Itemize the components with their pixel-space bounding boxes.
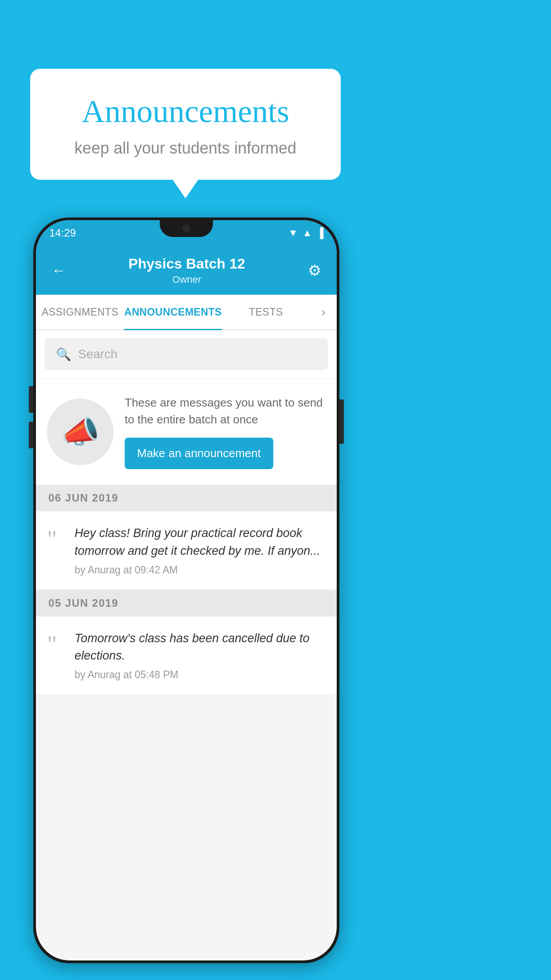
back-button[interactable]: ← [47,258,70,283]
volume-down-button[interactable] [29,422,33,448]
phone-frame: 14:29 ▼ ▲ ▐ ← Physics Batch 12 Owner ⚙ A… [33,217,339,963]
bubble-subtitle: keep all your students informed [57,139,314,158]
announcement-content-1: Hey class! Bring your practical record b… [75,525,326,576]
settings-button[interactable]: ⚙ [303,257,326,284]
app-bar-center: Physics Batch 12 Owner [70,256,303,285]
tab-bar: ASSIGNMENTS ANNOUNCEMENTS TESTS › [36,295,337,330]
tab-announcements[interactable]: ANNOUNCEMENTS [124,295,222,329]
quote-icon-1: " [47,527,65,551]
phone-screen: 14:29 ▼ ▲ ▐ ← Physics Batch 12 Owner ⚙ A… [36,220,337,960]
prompt-content: These are messages you want to send to t… [125,395,326,469]
date-separator-1: 06 JUN 2019 [36,485,337,511]
announcement-text-2: Tomorrow's class has been cancelled due … [75,630,326,664]
tab-assignments[interactable]: ASSIGNMENTS [36,295,124,329]
megaphone-circle: 📣 [47,399,114,465]
tab-tests[interactable]: TESTS [222,295,310,329]
status-icons: ▼ ▲ ▐ [288,227,323,239]
bubble-title: Announcements [57,93,314,130]
batch-title: Physics Batch 12 [70,256,303,272]
speech-bubble-card: Announcements keep all your students inf… [30,69,341,180]
volume-up-button[interactable] [29,386,33,413]
search-bar[interactable]: 🔍 Search [45,338,328,370]
announcement-item-1[interactable]: " Hey class! Bring your practical record… [36,511,337,589]
tab-more-icon[interactable]: › [310,295,337,329]
announcement-prompt: 📣 These are messages you want to send to… [36,379,337,485]
search-container: 🔍 Search [36,330,337,378]
prompt-description: These are messages you want to send to t… [125,395,326,428]
date-separator-2: 05 JUN 2019 [36,590,337,616]
announcement-item-2[interactable]: " Tomorrow's class has been cancelled du… [36,616,337,695]
megaphone-icon: 📣 [61,414,100,450]
batch-role: Owner [70,274,303,285]
phone-notch [160,220,213,237]
quote-icon-2: " [47,632,65,656]
announcement-content-2: Tomorrow's class has been cancelled due … [75,630,326,681]
wifi-icon: ▼ [288,227,298,239]
app-bar: ← Physics Batch 12 Owner ⚙ [36,246,337,295]
announcement-meta-2: by Anurag at 05:48 PM [75,669,326,681]
battery-icon: ▐ [316,227,323,239]
search-icon: 🔍 [56,347,71,362]
make-announcement-button[interactable]: Make an announcement [125,438,273,469]
announcement-text-1: Hey class! Bring your practical record b… [75,525,326,559]
speech-bubble: Announcements keep all your students inf… [30,69,341,180]
status-time: 14:29 [49,227,76,239]
search-input[interactable]: Search [78,347,118,361]
announcement-meta-1: by Anurag at 09:42 AM [75,564,326,576]
camera-dot [182,225,190,233]
signal-icon: ▲ [303,227,312,239]
power-button[interactable] [339,399,344,444]
